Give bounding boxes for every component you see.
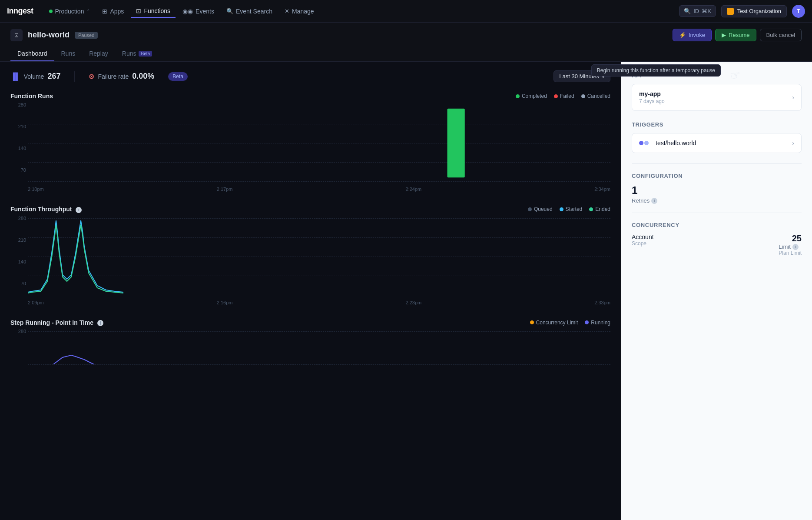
app-name: my-app xyxy=(639,90,665,97)
org-icon xyxy=(727,8,734,15)
trigger-dot-1 xyxy=(639,141,643,145)
invoke-label: Invoke xyxy=(689,32,705,38)
function-name: hello-world xyxy=(28,30,70,40)
concurrency-row: Account Scope 25 Limit i Plan Limit xyxy=(632,233,802,256)
tab-replay[interactable]: Replay xyxy=(82,47,115,61)
function-runs-chart: 280 210 140 70 xyxy=(10,105,610,192)
time-range-selector[interactable]: Last 30 Minutes ▾ xyxy=(553,70,610,82)
bulk-cancel-label: Bulk cancel xyxy=(766,32,795,38)
step-svg xyxy=(28,331,610,364)
x-label-217: 2:17pm xyxy=(217,187,233,192)
trigger-dot-2 xyxy=(644,141,649,145)
retries-info-icon: i xyxy=(651,198,657,204)
function-runs-section: Function Runs Completed Failed Cancelled xyxy=(10,93,610,192)
nav-right: 🔍 ID ⌘K Test Organization T xyxy=(679,5,805,18)
tab-runs-beta[interactable]: Runs Beta xyxy=(115,47,159,61)
nav-item-functions[interactable]: ⊡ Functions xyxy=(131,5,176,18)
beta-tag: Beta xyxy=(139,51,152,57)
nav-item-apps[interactable]: ⊞ Apps xyxy=(97,5,129,17)
y-label-70: 70 xyxy=(10,167,26,173)
chart-grid-3 xyxy=(28,331,610,364)
chevron-down-icon: ▾ xyxy=(602,73,605,80)
nav-item-manage[interactable]: ✕ Manage xyxy=(279,5,319,17)
divider-1 xyxy=(632,163,802,164)
throughput-chart: 280 210 140 70 xyxy=(10,218,610,305)
tp-x-216: 2:16pm xyxy=(217,300,233,305)
throughput-info-icon: i xyxy=(76,207,82,213)
concurrency-limit-info: 25 Limit i Plan Limit xyxy=(779,233,802,256)
tabs: Dashboard Runs Replay Runs Beta xyxy=(10,47,802,61)
apps-icon: ⊞ xyxy=(102,8,107,15)
failure-icon: ⊗ xyxy=(89,72,94,80)
step-title: Step Running - Point in Time i xyxy=(10,319,103,327)
step-y-280: 280 xyxy=(10,329,26,334)
failed-dot xyxy=(554,94,558,98)
cancelled-label: Cancelled xyxy=(587,93,610,99)
function-symbol: ⊡ xyxy=(14,32,19,38)
concurrency-section-title: Concurrency xyxy=(632,222,802,228)
events-label: Events xyxy=(196,8,214,15)
resume-button[interactable]: ▶ Resume xyxy=(715,29,756,41)
chart-grid-2 xyxy=(28,218,610,295)
avatar[interactable]: T xyxy=(792,5,805,18)
queued-label: Queued xyxy=(534,206,553,212)
chart-grid-1 xyxy=(28,105,610,181)
main-layout: ▐▌ Volume 267 ⊗ Failure rate 0.00% Beta … xyxy=(0,62,812,520)
trigger-name: test/hello.world xyxy=(656,140,696,147)
tp-y-280: 280 xyxy=(10,216,26,221)
org-name: Test Organization xyxy=(737,8,781,14)
tp-grid-5 xyxy=(28,295,610,295)
x-labels-1: 2:10pm 2:17pm 2:24pm 2:34pm xyxy=(28,187,610,192)
bulk-cancel-button[interactable]: Bulk cancel xyxy=(760,29,802,41)
lightning-icon: ⚡ xyxy=(679,32,686,38)
x-label-210: 2:10pm xyxy=(28,187,44,192)
triggers-section-title: Triggers xyxy=(632,121,802,128)
resume-label: Resume xyxy=(729,32,749,38)
left-panel: ▐▌ Volume 267 ⊗ Failure rate 0.00% Beta … xyxy=(0,62,621,520)
manage-icon: ✕ xyxy=(285,8,289,14)
id-label: ID xyxy=(693,8,699,14)
retries-value: 1 xyxy=(632,184,802,197)
org-badge[interactable]: Test Organization xyxy=(721,5,787,17)
completed-dot xyxy=(516,94,520,98)
y-label-280: 280 xyxy=(10,102,26,107)
app-chevron-icon: › xyxy=(792,94,794,101)
tab-dashboard[interactable]: Dashboard xyxy=(10,47,54,61)
tp-x-233: 2:33pm xyxy=(594,300,610,305)
legend-completed: Completed xyxy=(516,93,547,99)
legend-failed: Failed xyxy=(554,93,574,99)
tp-y-140: 140 xyxy=(10,259,26,264)
beta-pill: Beta xyxy=(168,72,188,81)
action-buttons: ⚡ Invoke ▶ Resume Bulk cancel xyxy=(673,29,802,41)
tp-x-209: 2:09pm xyxy=(28,300,44,305)
trigger-info: test/hello.world xyxy=(639,140,696,147)
throughput-svg xyxy=(28,218,610,295)
failure-label: Failure rate xyxy=(98,73,129,80)
nav-item-event-search[interactable]: 🔍 Event Search xyxy=(221,5,278,17)
manage-label: Manage xyxy=(292,8,314,15)
limit-value: 25 xyxy=(779,233,802,243)
invoke-button[interactable]: ⚡ Invoke xyxy=(673,29,712,41)
legend-queued: Queued xyxy=(528,206,553,212)
paused-badge: Paused xyxy=(75,32,98,39)
chevron-up-icon: ⌃ xyxy=(86,9,90,13)
nav-item-production[interactable]: Production ⌃ xyxy=(44,5,96,17)
divider-2 xyxy=(632,213,802,213)
started-dot xyxy=(560,207,563,211)
ended-dot xyxy=(589,207,593,211)
limit-label: Limit i xyxy=(779,243,802,250)
trigger-card[interactable]: test/hello.world › xyxy=(632,133,802,153)
id-button[interactable]: 🔍 ID ⌘K xyxy=(679,5,716,17)
nav-item-events[interactable]: ◉◉ Events xyxy=(177,5,219,17)
step-header: Step Running - Point in Time i Concurren… xyxy=(10,319,610,327)
concurrency-scope: Account Scope xyxy=(632,233,654,247)
apps-label: Apps xyxy=(110,8,124,15)
production-status-dot xyxy=(49,10,53,13)
step-running-section: Step Running - Point in Time i Concurren… xyxy=(10,319,610,375)
app-card[interactable]: my-app 7 days ago › xyxy=(632,84,802,111)
volume-value: 267 xyxy=(47,72,60,81)
config-section-title: Configuration xyxy=(632,173,802,179)
tab-runs[interactable]: Runs xyxy=(54,47,83,61)
failure-value: 0.00% xyxy=(132,72,154,81)
legend-started: Started xyxy=(560,206,583,212)
